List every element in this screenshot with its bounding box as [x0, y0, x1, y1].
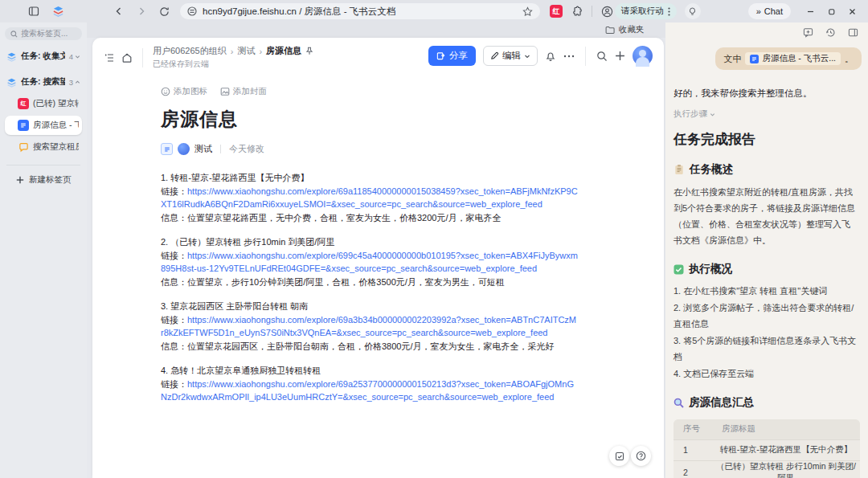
create-new-icon[interactable] [615, 51, 625, 61]
browser-toolbar: hcn9yd7gijue.feishu.cn / 房源信息 - 飞书云文档 红 … [0, 0, 868, 22]
doc-content: 添加图标 添加封面 房源信息 测试 今天修改 1. 转租-望京-望花路西里【无中… [161, 86, 579, 415]
new-chat-icon[interactable] [803, 27, 813, 41]
sidebar-divider [6, 165, 80, 165]
doc-location-icon[interactable] [161, 143, 173, 155]
doc-reference-chip[interactable]: 房源信息 - 飞书云... [745, 52, 841, 65]
smiley-icon [161, 87, 170, 96]
home-icon[interactable] [121, 52, 133, 63]
tab-xiaohongshu-listing[interactable]: 红 (已转) 望京转 [5, 94, 82, 113]
task-group-label: 任务: 收集文 [21, 51, 65, 62]
outline-toggle-icon[interactable] [104, 52, 115, 63]
panel-header-icons [665, 22, 868, 41]
browser-logo-icon[interactable] [50, 3, 66, 19]
tab-search-wangjing[interactable]: 搜索望京租房 [5, 137, 82, 157]
minimize-button[interactable] [802, 3, 818, 19]
doc-header: 用户606265的组织 › 测试 › 房源信息 已经保存到云端 分享 [92, 38, 664, 75]
execution-step: 1. 在小红书搜索"望京 转租 直租"关键词 [674, 283, 860, 300]
address-bar[interactable]: hcn9yd7gijue.feishu.cn / 房源信息 - 飞书云文档 [180, 3, 540, 19]
doc-body[interactable]: 1. 转租-望京-望花路西里【无中介费】 链接：https://www.xiao… [161, 171, 579, 404]
app-window: hcn9yd7gijue.feishu.cn / 房源信息 - 飞书云文档 红 … [0, 0, 868, 478]
listing-link[interactable]: https://www.xiaohongshu.com/explore/69a1… [161, 186, 578, 210]
edit-mode-button[interactable]: 编辑 [483, 46, 538, 66]
table-row: 1 转租-望京-望花路西里【无中介费】 [674, 439, 860, 460]
new-tab-button[interactable]: 新建标签页 [5, 170, 82, 190]
feishu-doc-card: 用户606265的组织 › 测试 › 房源信息 已经保存到云端 分享 [92, 38, 664, 478]
listing-info: 信息：位置望京，步行10分钟到美团/阿里，合租，价格3500元/月，室友为男生，… [161, 276, 579, 289]
task-group-count: 4 [69, 52, 73, 61]
sidebar-toggle-icon[interactable] [26, 3, 42, 19]
feishu-doc-icon [18, 120, 29, 131]
xiaohongshu-icon: 红 [18, 98, 29, 109]
listing-info: 信息：位置望京望花路西里，无中介费，合租，室友为女生，价格3200元/月，家电齐… [161, 211, 579, 225]
user-message-suffix: 。 [845, 53, 854, 65]
bookmark-star-icon[interactable] [521, 5, 534, 18]
feedback-button[interactable] [609, 446, 629, 466]
listing-link[interactable]: https://www.xiaohongshu.com/explore/699c… [161, 251, 578, 274]
kebab-menu-icon [668, 7, 670, 16]
reload-button[interactable] [156, 3, 172, 19]
listing-link[interactable]: https://www.xiaohongshu.com/explore/69a3… [161, 315, 576, 338]
breadcrumb-folder[interactable]: 测试 [237, 45, 255, 57]
forward-button[interactable] [133, 3, 149, 19]
collapse-panel-icon[interactable] [848, 27, 858, 41]
lightbulb-icon[interactable] [685, 3, 701, 19]
maximize-button[interactable] [823, 3, 839, 19]
task-group-search[interactable]: 任务: 搜索望 3 [5, 72, 82, 92]
share-button[interactable]: 分享 [428, 46, 476, 66]
listing-link-line: 链接：https://www.xiaohongshu.com/explore/6… [161, 378, 579, 404]
help-button[interactable] [631, 446, 651, 466]
extensions-puzzle-icon[interactable] [569, 3, 585, 19]
owner-name[interactable]: 测试 [194, 143, 212, 155]
xiaohongshu-extension-icon[interactable]: 红 [550, 5, 563, 18]
tab-label: 搜索望京租房 [33, 141, 79, 153]
share-icon [436, 51, 445, 60]
doc-title[interactable]: 房源信息 [161, 107, 579, 132]
task-group-collect[interactable]: 任务: 收集文 4 [5, 47, 82, 66]
task-layers-icon [6, 77, 17, 88]
check-icon [674, 264, 684, 275]
listing-title: 2. （已转）望京转租 步行10min 到美团/阿里 [161, 235, 579, 249]
user-avatar[interactable] [633, 46, 653, 66]
table-header-row: 序号 房源标题 [674, 419, 860, 439]
summary-heading: 房源信息汇总 [674, 395, 860, 410]
folder-icon [605, 26, 615, 35]
listing-title: 4. 急转！北京望京阜通独厨独卫转租转租 [161, 364, 579, 378]
listing-link[interactable]: https://www.xiaohongshu.com/explore/69a2… [161, 379, 574, 402]
pin-icon [305, 47, 313, 55]
bookmarks-folder[interactable]: 收藏夹 [605, 24, 645, 35]
tab-feishu-doc-active[interactable]: 房源信息 - 飞书 [5, 116, 82, 135]
listing-section-3: 3. 望京花园西区 主卧带阳台转租 朝南 链接：https://www.xiao… [161, 300, 579, 353]
listing-section-4: 4. 急转！北京望京阜通独厨独卫转租转租 链接：https://www.xiao… [161, 364, 579, 404]
add-cover-button[interactable]: 添加封面 [220, 86, 267, 97]
execution-heading: 执行概况 [674, 262, 860, 276]
profile-icon[interactable] [599, 3, 615, 19]
execution-steps-toggle[interactable]: 执行步骤 [674, 108, 860, 120]
listing-link-line: 链接：https://www.xiaohongshu.com/explore/6… [161, 249, 579, 276]
notifications-bell-icon[interactable] [545, 51, 556, 62]
breadcrumb-org[interactable]: 用户606265的组织 [153, 45, 227, 57]
pencil-icon [490, 51, 499, 60]
action-required-label: 请采取行动 [621, 6, 664, 17]
owner-avatar [178, 143, 190, 155]
site-settings-icon[interactable] [186, 6, 198, 17]
doc-meta-row: 测试 今天修改 [161, 143, 579, 155]
chat-bubble-icon [18, 141, 29, 153]
bookmarks-folder-label: 收藏夹 [619, 24, 645, 35]
listing-title: 3. 望京花园西区 主卧带阳台转租 朝南 [161, 300, 579, 313]
chevron-up-icon [75, 80, 80, 85]
more-options-icon[interactable] [563, 55, 575, 58]
tab-search-input[interactable]: 搜索标签页... [5, 27, 82, 40]
back-button[interactable] [111, 3, 127, 19]
chat-button[interactable]: » Chat [748, 3, 791, 19]
url-text: hcn9yd7gijue.feishu.cn / 房源信息 - 飞书云文档 [203, 6, 516, 18]
history-icon[interactable] [825, 27, 836, 41]
doc-search-icon[interactable] [596, 51, 608, 62]
overview-text: 在小红书搜索望京附近的转租/直租房源，共找到5个符合要求的房子，将链接及房源详细… [674, 184, 858, 248]
chat-chevrons: » [756, 6, 761, 16]
add-icon-button[interactable]: 添加图标 [161, 86, 207, 97]
close-button[interactable] [844, 3, 860, 19]
assistant-intro: 好的，我来帮你搜索并整理信息。 [674, 88, 860, 100]
listings-table: 序号 房源标题 1 转租-望京-望花路西里【无中介费】 2 （已转）望京转租 步… [674, 419, 860, 478]
action-required-pill[interactable]: 请采取行动 [615, 3, 677, 19]
overview-heading: 任务概述 [674, 162, 860, 177]
